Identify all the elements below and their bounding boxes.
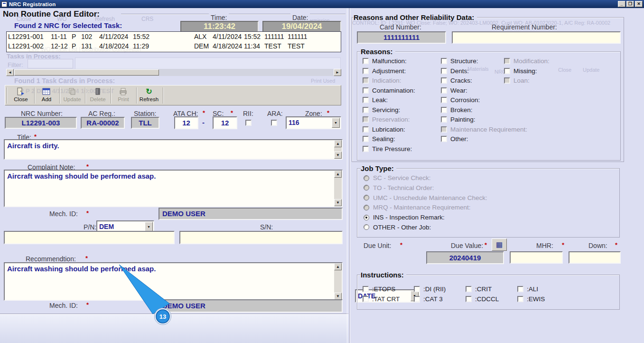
minimize-button[interactable]: _ [618,1,625,7]
due-value-field: 20240419 [426,251,504,264]
rii-checkbox[interactable] [245,120,252,126]
complaint-text: Aircraft washing should be performed asa… [5,171,342,180]
adjustment-checkbox[interactable] [363,68,369,74]
cracks-checkbox[interactable] [441,77,447,84]
due-value-text: 20240419 [449,254,481,262]
print-button-label: Print [112,96,135,102]
pn-input[interactable] [4,231,175,244]
mhr-input[interactable] [510,251,563,264]
leak-checkbox[interactable] [363,97,369,103]
etops-checkbox[interactable] [363,286,369,292]
time-label: Time: [209,14,229,21]
contamination-checkbox[interactable] [363,87,369,94]
scrollbar-thumb[interactable] [14,69,159,76]
sn-input[interactable] [179,231,343,244]
close-button[interactable]: Close [9,86,33,105]
print-button[interactable]: Print [112,86,135,105]
missing-checkbox[interactable] [504,68,510,74]
reason-label: Broken: [450,106,473,114]
painting-checkbox[interactable] [441,116,447,123]
lubrication-checkbox[interactable] [363,126,369,133]
structure-checkbox[interactable] [441,58,447,64]
di-rii-checkbox[interactable] [414,286,420,292]
mech-id-dropdown-arrow[interactable]: ▼ [145,222,153,231]
zone-combobox[interactable]: 116 ▼ [286,116,341,129]
instruction-item: :CDCCL [466,296,499,302]
job-type-item: MRQ - Maintenance Requirement: [364,204,487,210]
corrosion-checkbox[interactable] [441,97,447,103]
broken-checkbox[interactable] [441,107,447,113]
ghost-filter-combo [28,59,73,68]
cdccl-checkbox[interactable] [466,296,472,302]
close-window-button[interactable]: ✕ [635,1,643,7]
reason-label: Cracks: [450,77,472,84]
ata-sc-dash: - [202,118,205,126]
scroll-down-button[interactable]: ▼ [334,293,342,300]
horizontal-scrollbar[interactable]: ◄ ► [6,69,341,76]
delete-button[interactable]: Delete [86,86,110,105]
other-checkbox[interactable] [441,136,447,142]
recommendation-scrollbar[interactable]: ▲ ▼ [334,263,342,300]
cell-ref2: 111111 [288,33,308,40]
ins-radio-selected[interactable] [364,215,369,220]
scroll-down-button[interactable]: ▼ [334,152,342,159]
malfunction-checkbox[interactable] [363,58,369,64]
preservation-checkbox [363,116,369,123]
nrc-number-field: L12291-003 [5,117,77,129]
down-input[interactable] [569,251,621,264]
bottom-left-area [0,314,348,343]
dents-checkbox[interactable] [441,68,447,74]
tire-pressure-checkbox[interactable] [363,146,369,152]
instruction-item: :DI (RII) [414,286,446,292]
ara-checkbox[interactable] [271,120,277,126]
tat-crt-checkbox[interactable] [363,296,369,302]
job-type-title: Job Type: [361,164,396,172]
title-textarea[interactable]: Aircraft is dirty. ▲ ▼ [4,139,343,160]
crit-checkbox[interactable] [466,286,472,292]
instruction-item: :ALI [517,286,538,292]
calendar-icon: ▦ [496,240,503,248]
zone-required: * [327,109,329,116]
requirement-number-input[interactable] [452,31,621,44]
update-button[interactable]: Update [60,86,84,105]
restore-button[interactable]: ❐ [626,1,634,7]
reason-item: Servicing: [363,107,415,113]
complaint-note-textarea[interactable]: Aircraft washing should be performed asa… [4,170,343,207]
pn-label: P/N: [84,223,96,231]
ali-checkbox[interactable] [517,286,523,292]
scroll-left-button[interactable]: ◄ [6,69,14,76]
ac-reg-label: AC Reg.: [88,110,115,117]
recommendation-textarea[interactable]: Aircraft washing should be performed asa… [4,262,343,301]
add-button[interactable]: Add [35,86,58,105]
reason-item: Lubrication: [363,126,415,133]
other-job-radio[interactable] [364,224,369,230]
job-type-label: INS - Inspection Remark: [373,214,445,221]
ewis-checkbox[interactable] [517,296,523,302]
cell-ref1: TEST [264,42,288,50]
delete-button-label: Delete [86,96,110,102]
instruction-item: :TAT CRT [363,296,400,302]
complaint-scrollbar[interactable]: ▲ ▼ [334,171,342,206]
scroll-up-button[interactable]: ▲ [334,171,342,178]
cat3-checkbox[interactable] [414,296,420,302]
reasons-column-3: Modification: Missing: Loan: [504,58,550,87]
table-row[interactable]: L12291-00111-11P1024/11/202415:52ALX4/11… [7,32,341,41]
title-scrollbar[interactable]: ▲ ▼ [334,140,342,159]
calendar-button[interactable]: ▦ [492,238,507,251]
recommendation-text: Aircraft washing should be performed asa… [5,263,342,273]
delete-icon [86,87,110,96]
scroll-right-button[interactable]: ► [334,69,341,76]
due-value-required: * [485,241,487,248]
date-label: Date: [290,14,310,21]
scroll-up-button[interactable]: ▲ [334,263,342,270]
servicing-checkbox[interactable] [363,107,369,113]
refresh-button[interactable]: ↻ Refresh [137,86,161,105]
zone-dropdown-arrow[interactable]: ▼ [332,118,340,128]
wear-checkbox[interactable] [441,87,447,94]
scroll-down-button[interactable]: ▼ [334,199,342,206]
instruction-item: :EWIS [517,296,545,302]
sc-input[interactable]: 12 [213,116,237,129]
ata-ch-input[interactable]: 12 [174,116,198,129]
scroll-up-button[interactable]: ▲ [334,140,342,147]
sealing-checkbox[interactable] [363,136,369,142]
